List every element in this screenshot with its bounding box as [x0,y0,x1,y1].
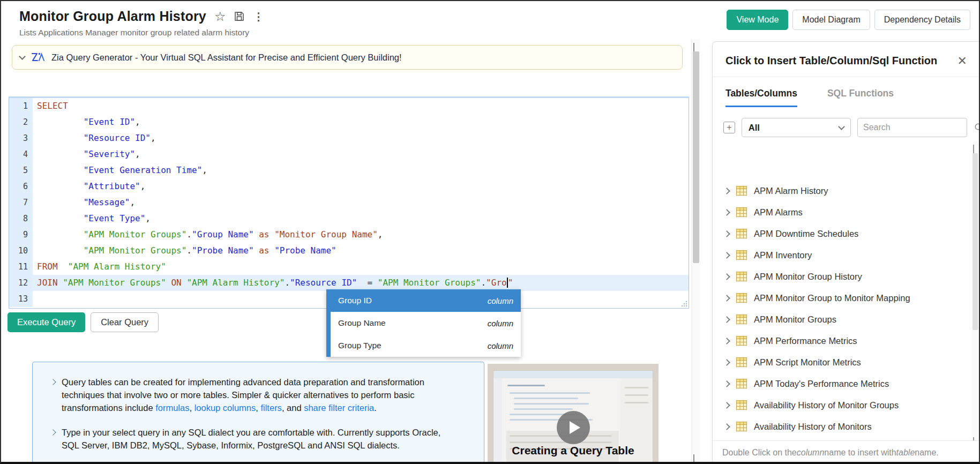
chevron-down-icon[interactable] [19,53,26,60]
autocomplete-item-group-id[interactable]: Group IDcolumn [326,289,521,312]
link-filters[interactable]: filters [260,403,281,413]
table-filter-value: All [749,123,760,133]
table-name[interactable]: APM Monitor Group History [754,272,862,282]
line-number: 1 [9,98,33,114]
table-name[interactable]: APM Alarms [754,207,803,218]
resize-grip[interactable] [680,300,687,307]
code-line-7[interactable]: 7 "Message", [9,194,689,211]
expand-chevron-icon[interactable] [723,359,730,366]
autocomplete-item-group-name[interactable]: Group Namecolumn [331,312,521,334]
code-line-3[interactable]: 3 "Resource ID", [9,130,689,146]
side-panel-title: Click to Insert Table/Column/Sql Functio… [725,55,937,67]
table-name[interactable]: APM Monitor Groups [754,315,836,325]
autocomplete-item-group-type[interactable]: Group Typecolumn [331,334,521,357]
zia-banner-text: Zia Query Generator - Your Virtual SQL A… [51,53,402,63]
expand-chevron-icon[interactable] [723,402,730,409]
search-input[interactable] [863,123,974,132]
expand-chevron-icon[interactable] [723,209,730,216]
line-number: 8 [9,211,33,227]
page-header: Monitor Group Alarm History ☆ ⋮ Lists Ap… [19,9,264,38]
tab-tables-columns[interactable]: Tables/Columns [725,88,797,107]
model-diagram-button[interactable]: Model Diagram [792,10,870,30]
code-line-10[interactable]: 10 "APM Monitor Groups"."Probe Name" as … [9,243,689,259]
table-name[interactable]: APM Inventory [754,250,812,260]
expand-chevron-icon[interactable] [723,295,730,302]
table-icon [736,422,747,431]
table-icon [736,379,747,388]
table-name[interactable]: Availability History of Monitor Groups [754,400,899,410]
table-item-availability-history-of-monitor-groups[interactable]: Availability History of Monitor Groups [713,394,970,416]
expand-chevron-icon[interactable] [723,188,730,194]
kebab-menu-icon[interactable]: ⋮ [253,10,264,23]
table-item-apm-script-monitor-metrics[interactable]: APM Script Monitor Metrics [713,351,970,373]
tab-sql-functions[interactable]: SQL Functions [827,88,894,107]
link-lookup-columns[interactable]: lookup columns [194,403,256,413]
table-item-apm-monitor-group-to-monitor-mapping[interactable]: APM Monitor Group to Monitor Mapping [713,287,970,309]
sql-editor[interactable]: 1SELECT2 "Event ID",3 "Resource ID",4 "S… [9,96,689,309]
table-name[interactable]: APM Script Monitor Metrics [754,357,861,368]
video-caption: Creating a Query Table [488,444,659,457]
table-item-apm-today-s-performance-metrics[interactable]: APM Today's Performance Metrics [713,373,970,394]
line-number: 9 [9,227,33,243]
view-mode-button[interactable]: View Mode [727,10,788,30]
dependency-details-button[interactable]: Dependency Details [874,10,970,30]
scrollbar-thumb[interactable] [693,51,699,263]
table-item-availability-history-of-monitors[interactable]: Availability History of Monitors [713,416,970,437]
search-icon [974,123,980,132]
table-name[interactable]: Availability History of Monitors [754,422,872,432]
table-item-apm-performance-metrics[interactable]: APM Performance Metrics [713,330,970,351]
table-item-apm-alarms[interactable]: APM Alarms [713,201,970,223]
scroll-up-arrow[interactable] [973,145,978,150]
table-name[interactable]: APM Downtime Schedules [754,229,858,239]
code-line-5[interactable]: 5 "Event Generation Time", [9,162,689,178]
close-icon[interactable]: ✕ [957,55,967,67]
query-info-box: Query tables can be created for implemen… [32,362,484,464]
code-line-8[interactable]: 8 "Event Type", [9,211,689,227]
code-line-11[interactable]: 11FROM "APM Alarm History" [9,259,689,275]
line-number: 12 [9,275,33,291]
clear-query-button[interactable]: Clear Query [91,312,159,332]
table-name[interactable]: APM Today's Performance Metrics [754,379,889,389]
expand-chevron-icon[interactable] [723,273,730,280]
main-scrollbar[interactable] [691,40,700,463]
table-item-apm-downtime-schedules[interactable]: APM Downtime Schedules [713,223,970,244]
table-name[interactable]: APM Performance Metrics [754,336,857,346]
link-formulas[interactable]: formulas [155,403,189,413]
table-item-apm-inventory[interactable]: APM Inventory [713,244,970,266]
star-icon[interactable]: ☆ [214,10,226,23]
play-icon[interactable] [557,411,590,444]
zia-banner[interactable]: Zia Query Generator - Your Virtual SQL A… [12,45,683,70]
table-icon [736,293,747,303]
link-share-filter-criteria[interactable]: share filter criteria [304,403,374,413]
line-number: 6 [9,178,33,194]
execute-query-button[interactable]: Execute Query [8,312,85,332]
expand-all-icon[interactable]: + [723,122,735,133]
suggestion-type: column [488,341,513,350]
scrollbar-thumb[interactable] [972,153,978,330]
expand-chevron-icon[interactable] [723,338,730,345]
table-name[interactable]: APM Monitor Group to Monitor Mapping [754,293,910,303]
code-line-2[interactable]: 2 "Event ID", [9,114,689,130]
table-item-apm-alarm-history[interactable]: APM Alarm History [713,180,970,201]
code-line-6[interactable]: 6 "Attribute", [9,178,689,194]
scroll-down-arrow[interactable] [693,454,699,460]
expand-chevron-icon[interactable] [723,252,730,259]
scroll-up-arrow[interactable] [693,43,699,48]
table-item-availability-status-history-of-monitor-groups[interactable]: Availability Status History of Monitor G… [713,437,970,439]
expand-chevron-icon[interactable] [723,230,730,237]
code-line-4[interactable]: 4 "Severity", [9,146,689,162]
code-line-1[interactable]: 1SELECT [9,98,689,114]
panel-scrollbar[interactable] [971,144,979,444]
save-icon[interactable] [234,11,245,22]
table-name[interactable]: APM Alarm History [754,186,828,196]
expand-chevron-icon[interactable] [723,423,730,430]
search-box[interactable] [857,118,967,137]
table-item-apm-monitor-groups[interactable]: APM Monitor Groups [713,309,970,330]
expand-chevron-icon[interactable] [723,380,730,387]
code-line-12[interactable]: 12JOIN "APM Monitor Groups" ON "APM Alar… [9,275,689,291]
table-item-apm-monitor-group-history[interactable]: APM Monitor Group History [713,266,970,287]
table-filter-select[interactable]: All [742,118,851,137]
video-thumbnail[interactable]: Creating a Query Table [488,364,659,464]
code-line-9[interactable]: 9 "APM Monitor Groups"."Group Name" as "… [9,227,689,243]
expand-chevron-icon[interactable] [723,316,730,323]
